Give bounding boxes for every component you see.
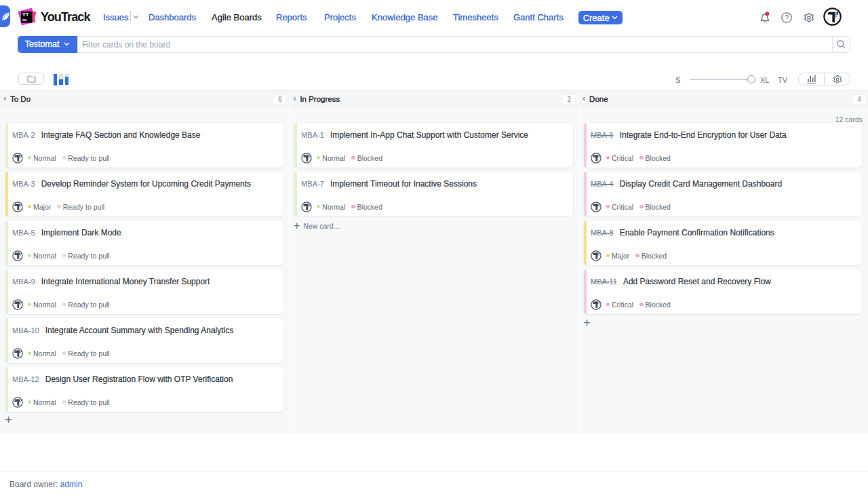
svg-text:?: ? (785, 14, 789, 22)
svg-text:YT: YT (22, 12, 29, 18)
